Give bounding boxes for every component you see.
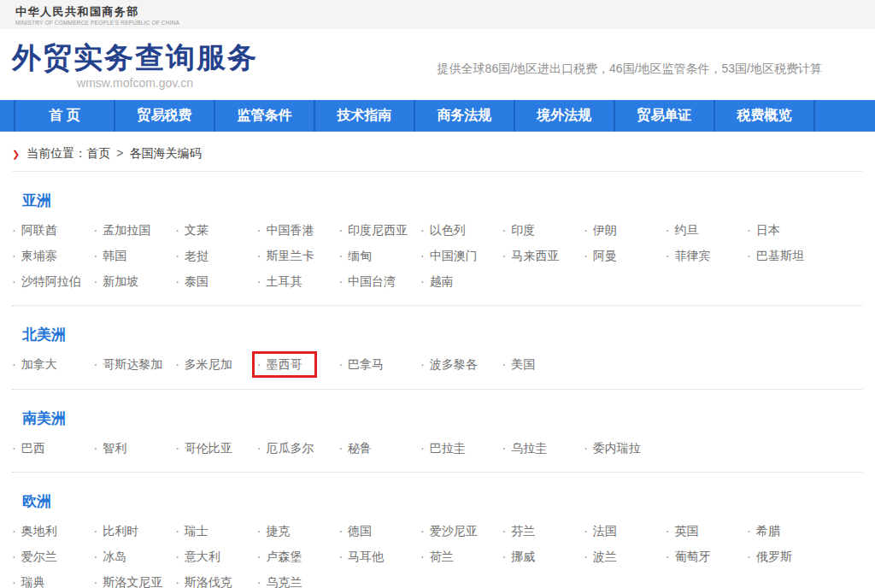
country-link[interactable]: 德国 xyxy=(348,524,372,538)
country-link[interactable]: 马来西亚 xyxy=(511,249,559,262)
country-link[interactable]: 智利 xyxy=(103,441,126,455)
bullet-icon: · xyxy=(584,249,588,262)
country-link[interactable]: 斯洛文尼亚 xyxy=(103,575,162,588)
country-link[interactable]: 巴拿马 xyxy=(348,357,384,371)
country-link[interactable]: 巴基斯坦 xyxy=(756,249,804,262)
country-item: ·奥地利 xyxy=(12,518,57,544)
country-link[interactable]: 爱沙尼亚 xyxy=(430,524,478,538)
country-link[interactable]: 挪威 xyxy=(511,550,535,563)
nav-item-4[interactable]: 技术指南 xyxy=(315,100,415,132)
bullet-icon: · xyxy=(257,524,261,538)
country-link[interactable]: 菲律宾 xyxy=(674,249,710,262)
country-link[interactable]: 波多黎各 xyxy=(430,357,478,371)
country-link[interactable]: 斯里兰卡 xyxy=(266,249,314,262)
country-link[interactable]: 爱尔兰 xyxy=(21,550,57,563)
country-item: ·巴西 xyxy=(12,435,45,461)
country-cell: ·韩国 xyxy=(94,243,176,268)
bullet-icon: · xyxy=(502,223,507,237)
country-link[interactable]: 伊朗 xyxy=(593,223,617,237)
country-link[interactable]: 韩国 xyxy=(103,249,126,262)
country-link[interactable]: 印度 xyxy=(511,223,535,237)
site-header: 外贸实务查询服务 wmsw.mofcom.gov.cn 提供全球86国/地区进出… xyxy=(0,29,875,100)
nav-item-7[interactable]: 贸易单证 xyxy=(615,100,715,132)
bullet-icon: · xyxy=(12,223,16,237)
bullet-icon: · xyxy=(257,550,261,563)
country-link[interactable]: 印度尼西亚 xyxy=(348,223,408,237)
site-tagline: 提供全球86国/地区进出口税费，46国/地区监管条件，53国/地区税费计算 xyxy=(438,62,822,77)
country-link[interactable]: 秘鲁 xyxy=(348,441,372,455)
country-link[interactable]: 冰岛 xyxy=(103,550,126,563)
country-link[interactable]: 日本 xyxy=(756,223,780,237)
country-link[interactable]: 希腊 xyxy=(756,524,780,538)
country-link[interactable]: 文莱 xyxy=(185,223,208,237)
country-link[interactable]: 法国 xyxy=(593,524,617,538)
bullet-icon: · xyxy=(257,441,261,455)
country-link[interactable]: 乌拉圭 xyxy=(511,441,547,455)
nav-item-8[interactable]: 税费概览 xyxy=(715,100,815,132)
country-link[interactable]: 荷兰 xyxy=(430,550,454,563)
country-link[interactable]: 加拿大 xyxy=(21,357,57,371)
country-cell: ·波兰 xyxy=(584,544,666,569)
country-link[interactable]: 泰国 xyxy=(185,274,208,288)
country-link[interactable]: 哥斯达黎加 xyxy=(103,357,162,371)
country-link[interactable]: 缅甸 xyxy=(348,249,372,262)
country-link[interactable]: 中国台湾 xyxy=(348,274,396,288)
country-link[interactable]: 土耳其 xyxy=(266,274,302,288)
country-link[interactable]: 约旦 xyxy=(674,223,698,237)
country-link[interactable]: 马耳他 xyxy=(348,550,384,563)
breadcrumb-home-link[interactable]: 首页 xyxy=(86,146,110,160)
country-link[interactable]: 芬兰 xyxy=(511,524,535,538)
nav-item-6[interactable]: 境外法规 xyxy=(515,100,615,132)
country-link[interactable]: 厄瓜多尔 xyxy=(266,441,314,455)
country-link[interactable]: 中国澳门 xyxy=(430,249,478,262)
country-link[interactable]: 阿曼 xyxy=(593,249,617,262)
country-item: ·中国香港 xyxy=(257,217,314,243)
country-link[interactable]: 意大利 xyxy=(185,550,220,563)
bullet-icon: · xyxy=(257,357,261,371)
bullet-icon: · xyxy=(257,223,261,237)
country-link[interactable]: 斯洛伐克 xyxy=(185,575,232,588)
country-link[interactable]: 孟加拉国 xyxy=(103,223,150,237)
country-link[interactable]: 越南 xyxy=(430,274,454,288)
country-link[interactable]: 瑞士 xyxy=(185,524,208,538)
country-cell: ·中国香港 xyxy=(257,217,339,243)
country-link[interactable]: 美国 xyxy=(511,357,535,371)
country-link[interactable]: 乌克兰 xyxy=(266,575,302,588)
country-link[interactable]: 老挝 xyxy=(185,249,208,262)
bullet-icon: · xyxy=(175,550,179,563)
bullet-icon: · xyxy=(338,223,343,237)
nav-item-2[interactable]: 贸易税费 xyxy=(115,100,215,132)
country-link[interactable]: 巴拉圭 xyxy=(430,441,466,455)
country-cell: ·马来西亚 xyxy=(502,243,584,268)
country-cell: ·斯洛伐克 xyxy=(175,569,257,588)
country-link[interactable]: 卢森堡 xyxy=(266,550,302,563)
country-cell: ·希腊 xyxy=(747,518,829,544)
nav-item-1[interactable]: 首 页 xyxy=(15,100,115,132)
country-link[interactable]: 瑞典 xyxy=(21,575,45,588)
country-link[interactable]: 墨西哥 xyxy=(266,357,302,371)
country-link[interactable]: 多米尼加 xyxy=(185,357,232,371)
country-link[interactable]: 新加坡 xyxy=(103,274,138,288)
country-link[interactable]: 英国 xyxy=(674,524,698,538)
country-link[interactable]: 以色列 xyxy=(430,223,466,237)
nav-item-5[interactable]: 商务法规 xyxy=(415,100,515,132)
nav-item-3[interactable]: 监管条件 xyxy=(215,100,315,132)
country-link[interactable]: 捷克 xyxy=(266,524,290,538)
country-link[interactable]: 俄罗斯 xyxy=(756,550,792,563)
nav-right-spacer xyxy=(815,100,875,132)
country-link[interactable]: 委内瑞拉 xyxy=(593,441,641,455)
country-link[interactable]: 葡萄牙 xyxy=(674,550,710,563)
country-link[interactable]: 波兰 xyxy=(593,550,617,563)
country-link[interactable]: 柬埔寨 xyxy=(21,249,57,262)
country-cell: ·英国 xyxy=(666,518,748,544)
country-link[interactable]: 沙特阿拉伯 xyxy=(21,274,81,288)
country-link[interactable]: 阿联酋 xyxy=(21,223,57,237)
country-link[interactable]: 哥伦比亚 xyxy=(185,441,232,455)
country-link[interactable]: 巴西 xyxy=(21,441,45,455)
country-link[interactable]: 比利时 xyxy=(103,524,138,538)
breadcrumb: ❯当前位置：首页>各国海关编码 xyxy=(12,146,863,162)
bullet-icon: · xyxy=(12,249,16,262)
country-link[interactable]: 奥地利 xyxy=(21,524,57,538)
country-link[interactable]: 中国香港 xyxy=(266,223,314,237)
country-cell: ·卢森堡 xyxy=(257,544,339,569)
